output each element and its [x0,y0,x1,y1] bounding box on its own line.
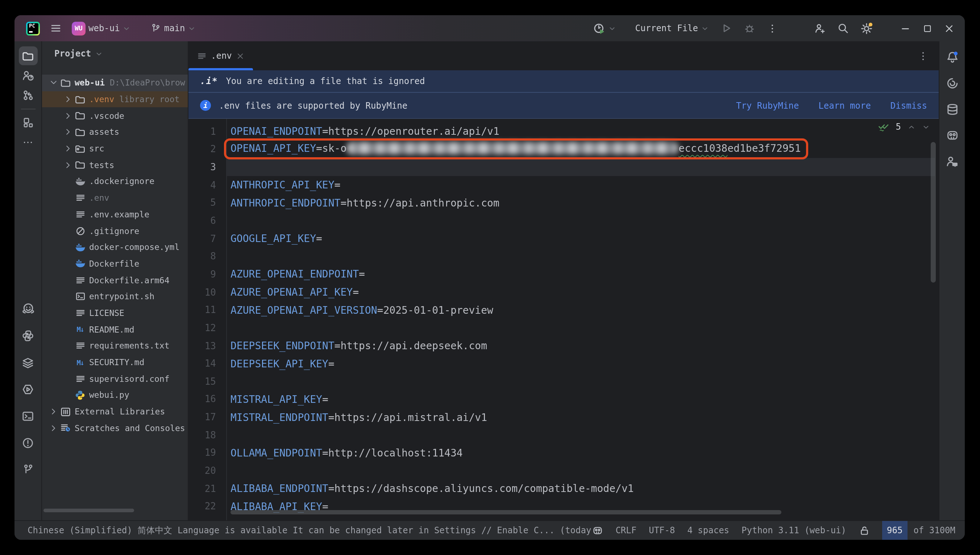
tree-chevron-right-icon[interactable] [48,407,59,416]
main-menu-hamburger-icon[interactable] [50,22,62,34]
tab-env-file[interactable]: .env [188,41,253,70]
stripe-python-packages-icon[interactable] [18,326,37,345]
window-maximize-button[interactable] [923,24,932,33]
stripe-ai-assistant-icon[interactable] [943,74,962,93]
add-user-icon[interactable] [814,22,826,34]
tree-row-supervisord-conf[interactable]: supervisord.conf [42,371,188,387]
memory-used-indicator[interactable]: 965 [882,521,908,540]
banner-link-dismiss[interactable]: Dismiss [890,100,927,111]
editor-line-19[interactable]: 19OLLAMA_ENDPOINT=http://localhost:11434 [188,444,939,462]
stripe-structure-icon[interactable] [18,113,37,132]
tree-row-security-md[interactable]: M↓SECURITY.md [42,354,188,370]
editor-line-13[interactable]: 13DEEPSEEK_ENDPOINT=https://api.deepseek… [188,337,939,354]
editor-line-8[interactable]: 8 [188,247,939,265]
editor-line-16[interactable]: 16MISTRAL_API_KEY= [188,390,939,408]
window-minimize-button[interactable] [900,23,911,34]
stripe-code-with-me-icon[interactable] [943,152,962,171]
branch-widget[interactable]: main [151,23,196,33]
indent-widget[interactable]: 4 spaces [687,525,729,536]
tree-row--env[interactable]: .env [42,190,188,206]
editor-line-6[interactable]: 6 [188,212,939,229]
stripe-terminal-icon[interactable] [18,406,37,425]
tree-row--env-example[interactable]: .env.example [42,206,188,223]
editor-line-12[interactable]: 12 [188,319,939,337]
editor-horizontal-scrollbar[interactable] [230,510,781,515]
editor-line-20[interactable]: 20 [188,462,939,479]
tree-row--gitignore[interactable]: .gitignore [42,223,188,239]
tree-row-src[interactable]: src [42,141,188,157]
tree-row-license[interactable]: LICENSE [42,305,188,321]
editor-line-9[interactable]: 9AZURE_OPENAI_ENDPOINT= [188,265,939,283]
tab-close-icon[interactable] [236,52,244,60]
editor-vertical-scrollbar[interactable] [931,142,936,282]
stripe-ai-chat-icon[interactable] [943,126,962,145]
run-config-selector[interactable]: Current File [635,23,709,33]
stripe-database-icon[interactable] [943,100,962,119]
stripe-project-folder-icon[interactable] [18,47,37,65]
tree-chevron-right-icon[interactable] [63,128,73,136]
copilot-robot-icon[interactable] [592,525,603,536]
editor-line-1[interactable]: 1OPENAI_ENDPOINT=https://openrouter.ai/a… [188,122,939,140]
tree-row--venv[interactable]: .venvlibrary root [42,91,188,107]
project-panel-header[interactable]: Project [42,41,188,59]
banner-link-learn-more[interactable]: Learn more [818,100,871,111]
editor-line-3[interactable]: 3 [188,158,939,176]
debug-bug-icon[interactable] [744,22,755,34]
next-problem-chevron-down-icon[interactable] [922,123,930,131]
stripe-huggingface-icon[interactable] [18,299,37,318]
tab-options-kebab-icon[interactable] [918,50,929,61]
tree-row-entrypoint-sh[interactable]: entrypoint.sh [42,289,188,305]
tree-row-web-ui[interactable]: web-uiD:\IdeaPro\brow [42,75,188,91]
tree-chevron-right-icon[interactable] [63,161,73,170]
tree-row-readme-md[interactable]: M↓README.md [42,321,188,338]
editor-line-14[interactable]: 14DEEPSEEK_API_KEY= [188,354,939,372]
tree-row-webui-py[interactable]: webui.py [42,387,188,403]
interpreter-widget[interactable]: Python 3.11 (web-ui) [742,525,846,536]
project-widget[interactable]: WU web-ui [72,21,131,35]
tree-chevron-right-icon[interactable] [63,95,73,104]
tree-row--dockerignore[interactable]: .dockerignore [42,173,188,189]
settings-gear-icon[interactable] [860,22,873,34]
stripe-pull-requests-icon[interactable] [18,66,37,85]
kebab-menu-icon[interactable] [767,23,778,34]
tree-row--vscode[interactable]: .vscode [42,107,188,124]
prev-problem-chevron-up-icon[interactable] [908,123,916,131]
stripe-version-control-icon[interactable] [18,460,37,479]
editor-line-17[interactable]: 17MISTRAL_ENDPOINT=https://api.mistral.a… [188,408,939,426]
editor-line-15[interactable]: 15 [188,372,939,390]
window-close-button[interactable] [944,23,954,34]
tree-chevron-right-icon[interactable] [63,144,73,153]
pycharm-logo-icon[interactable]: PC [26,21,40,35]
search-icon[interactable] [837,22,849,34]
stripe-more-tools-icon[interactable] [18,133,37,151]
tree-row-assets[interactable]: assets [42,124,188,140]
editor-line-21[interactable]: 21ALIBABA_ENDPOINT=https://dashscope.ali… [188,480,939,497]
stripe-commit-icon[interactable] [18,85,37,104]
tree-row-dockerfile-arm64[interactable]: Dockerfile.arm64 [42,272,188,289]
editor-line-11[interactable]: 11AZURE_OPENAI_API_VERSION=2025-01-01-pr… [188,301,939,319]
tree-chevron-right-icon[interactable] [63,111,73,120]
stripe-problems-icon[interactable] [18,433,37,452]
editor-line-18[interactable]: 18 [188,426,939,444]
tree-row-dockerfile[interactable]: Dockerfile [42,255,188,272]
line-separator-widget[interactable]: CRLF [615,525,636,536]
editor-line-10[interactable]: 10AZURE_OPENAI_API_KEY= [188,283,939,301]
stripe-services-icon[interactable] [18,353,37,372]
unlocked-padlock-icon[interactable] [859,525,869,536]
editor-line-2[interactable]: 2OPENAI_API_KEY=sk-oeccc1038ed1be3f72951 [188,140,939,158]
editor-line-7[interactable]: 7GOOGLE_API_KEY= [188,230,939,247]
tree-row-docker-compose-yml[interactable]: docker-compose.yml [42,239,188,255]
editor-line-5[interactable]: 5ANTHROPIC_ENDPOINT=https://api.anthropi… [188,194,939,212]
banner-link-try-rubymine[interactable]: Try RubyMine [736,100,799,111]
tree-chevron-down-icon[interactable] [48,79,59,87]
tree-row-external-libraries[interactable]: External Libraries [42,404,188,420]
tree-chevron-right-icon[interactable] [48,424,59,433]
code-editor[interactable]: 1OPENAI_ENDPOINT=https://openrouter.ai/a… [188,119,939,520]
tree-row-tests[interactable]: tests [42,157,188,173]
encoding-widget[interactable]: UTF-8 [649,525,675,536]
tree-row-requirements-txt[interactable]: requirements.txt [42,338,188,354]
profiler-widget[interactable] [593,22,617,34]
editor-line-4[interactable]: 4ANTHROPIC_API_KEY= [188,176,939,194]
inspection-widget[interactable]: 5 [878,121,930,133]
stripe-notifications-icon[interactable] [943,48,962,67]
